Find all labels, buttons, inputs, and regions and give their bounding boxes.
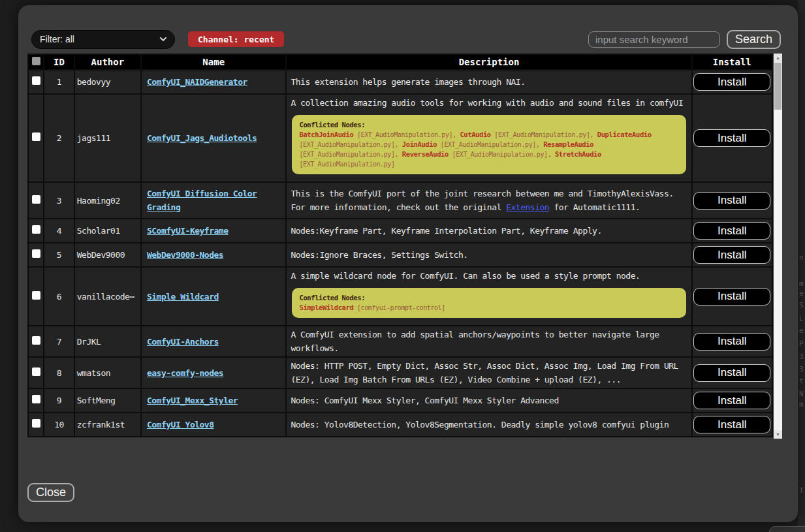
row-checkbox[interactable]	[32, 395, 40, 403]
background-ui-edge: nmeSLeP33tNmT	[798, 0, 805, 532]
extension-name-link[interactable]: ComfyUI-Anchors	[147, 337, 219, 347]
row-id: 8	[44, 357, 74, 388]
row-id: 3	[44, 182, 74, 219]
table-row: 9SoftMengComfyUI_Mexx_StylerNodes: Comfy…	[28, 388, 772, 413]
conflicted-nodes-box: Conflicted Nodes:SimpleWildcard [comfyui…	[292, 288, 686, 318]
extension-name-link[interactable]: SComfyUI-Keyframe	[147, 226, 229, 236]
row-checkbox[interactable]	[32, 133, 40, 141]
row-description: Nodes: HTTP POST, Empty Dict, Assoc Str,…	[291, 361, 678, 384]
extension-table-container: ID Author Name Description Install 1bedo…	[27, 54, 782, 439]
channel-badge: Channel: recent	[188, 31, 284, 47]
row-id: 9	[44, 388, 74, 413]
row-author: vanillacode⋯	[74, 267, 141, 326]
row-checkbox[interactable]	[32, 336, 40, 345]
row-checkbox[interactable]	[32, 225, 40, 234]
install-button[interactable]: Install	[693, 246, 770, 264]
description-link[interactable]: Extension	[506, 202, 549, 212]
header-name: Name	[141, 54, 287, 70]
table-row: 5WebDev9000WebDev9000-NodesNodes:Ignore …	[28, 243, 772, 267]
install-button[interactable]: Install	[693, 129, 770, 147]
background-text-fragment: S	[799, 301, 804, 309]
install-button[interactable]: Install	[693, 392, 770, 409]
extension-name-link[interactable]: ComfyUI_Mexx_Styler	[147, 396, 238, 405]
conflicted-nodes-title: Conflicted Nodes:	[299, 120, 678, 130]
background-text-fragment: n	[799, 253, 804, 262]
row-checkbox[interactable]	[32, 76, 40, 85]
table-header-row: ID Author Name Description Install	[28, 54, 772, 70]
row-description: This is the ComfyUI port of the joint re…	[291, 189, 673, 212]
row-description: Nodes:Keyframe Part, Keyframe Interpolat…	[291, 226, 601, 236]
table-row: 7DrJKLComfyUI-AnchorsA ComfyUI extension…	[28, 326, 772, 357]
row-id: 2	[44, 94, 74, 182]
filter-select[interactable]: Filter: all	[31, 30, 175, 49]
extension-name-link[interactable]: ComfyUI Yolov8	[147, 420, 214, 430]
table-scrollbar[interactable]: ▲ ▼	[774, 54, 782, 439]
conflict-node-name: ReverseAudio	[402, 150, 449, 158]
row-id: 6	[44, 267, 74, 326]
conflicted-nodes-title: Conflicted Nodes:	[299, 293, 678, 303]
install-button[interactable]: Install	[693, 288, 770, 305]
row-checkbox[interactable]	[32, 419, 40, 428]
row-author: WebDev9000	[74, 243, 141, 267]
extension-name-link[interactable]: Simple Wildcard	[147, 292, 219, 302]
background-text-fragment: 3	[799, 365, 804, 373]
header-description: Description	[286, 54, 691, 70]
extension-name-link[interactable]: easy-comfy-nodes	[147, 368, 223, 378]
install-button[interactable]: Install	[693, 73, 770, 91]
row-checkbox[interactable]	[32, 195, 40, 204]
install-button[interactable]: Install	[693, 222, 770, 240]
row-author: wmatson	[74, 357, 141, 388]
filter-select-value: Filter: all	[40, 34, 74, 44]
conflict-node-name: SimpleWildcard	[299, 304, 353, 311]
header-id: ID	[44, 54, 74, 70]
extension-name-link[interactable]: ComfyUI_NAIDGenerator	[147, 77, 247, 87]
scroll-down-arrow-icon[interactable]: ▼	[774, 430, 782, 439]
install-button[interactable]: Install	[693, 333, 770, 351]
extension-name-link[interactable]: WebDev9000-Nodes	[147, 250, 223, 260]
row-description: This extension helps generate images thr…	[291, 77, 525, 87]
install-button[interactable]: Install	[693, 192, 770, 210]
background-text-fragment: t	[799, 377, 804, 385]
table-row: 1bedovyyComfyUI_NAIDGeneratorThis extens…	[28, 70, 772, 94]
conflict-node-name: JoinAudio	[402, 140, 437, 148]
row-id: 1	[44, 70, 74, 94]
chevron-down-icon	[160, 36, 166, 42]
background-text-fragment: T	[799, 486, 804, 495]
background-text-fragment: e	[799, 289, 804, 298]
background-text-fragment: N	[799, 390, 804, 398]
screen: nmeSLeP33tNmT Filter: all Channel: recen…	[0, 0, 805, 532]
scrollbar-thumb[interactable]	[774, 63, 781, 110]
row-id: 10	[44, 413, 74, 437]
extension-name-link[interactable]: ComfyUI Diffusion Color Grading	[147, 189, 257, 212]
row-author: SoftMeng	[74, 388, 141, 413]
install-button[interactable]: Install	[693, 364, 770, 382]
toolbar: Filter: all Channel: recent Search	[31, 30, 781, 48]
conflict-node-name: CutAudio	[460, 131, 490, 138]
row-checkbox[interactable]	[32, 291, 40, 300]
row-author: bedovyy	[74, 70, 141, 94]
search-input[interactable]	[588, 31, 720, 48]
row-author: zcfrank1st	[74, 413, 141, 437]
background-text-fragment: e	[799, 326, 804, 335]
row-checkbox[interactable]	[32, 368, 40, 376]
row-id: 7	[44, 326, 74, 357]
extension-installer-dialog: Filter: all Channel: recent Search	[18, 5, 798, 522]
row-author: Scholar01	[74, 219, 141, 243]
row-id: 4	[44, 219, 74, 243]
scroll-up-arrow-icon[interactable]: ▲	[774, 54, 782, 62]
extension-table-body: 1bedovyyComfyUI_NAIDGeneratorThis extens…	[28, 70, 772, 437]
background-text-fragment: P	[799, 339, 804, 348]
row-description: A simple wildcard node for ComfyUI. Can …	[291, 271, 640, 281]
conflict-node-name: DuplicateAudio	[597, 131, 652, 138]
row-description: Nodes:Ignore Braces, Settings Switch.	[291, 250, 467, 260]
close-button[interactable]: Close	[27, 483, 74, 502]
table-row: 2jags111ComfyUI_Jags_AudiotoolsA collect…	[28, 94, 772, 182]
background-text-fragment: m	[799, 400, 804, 409]
install-button[interactable]: Install	[693, 416, 770, 433]
search-button[interactable]: Search	[727, 30, 781, 49]
conflicted-nodes-box: Conflicted Nodes:BatchJoinAudio [EXT_Aud…	[292, 115, 686, 174]
row-checkbox[interactable]	[32, 249, 40, 258]
select-all-checkbox[interactable]	[32, 57, 40, 65]
extension-name-link[interactable]: ComfyUI_Jags_Audiotools	[147, 133, 257, 143]
row-author: DrJKL	[74, 326, 141, 357]
